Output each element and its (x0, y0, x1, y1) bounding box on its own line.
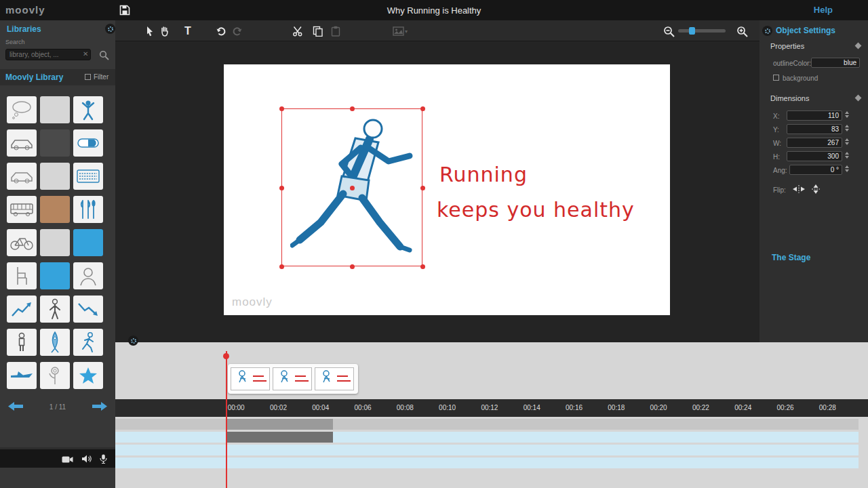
zoom-slider[interactable] (678, 29, 726, 33)
y-stepper[interactable] (845, 125, 849, 131)
filter-checkbox[interactable] (85, 74, 91, 80)
library-item-flower[interactable] (40, 362, 70, 389)
library-item-person-child[interactable] (7, 329, 37, 356)
library-item-rocket[interactable] (40, 329, 70, 356)
library-item-utensils[interactable] (73, 196, 103, 223)
selection-handle[interactable] (279, 186, 284, 190)
selection-handle[interactable] (420, 106, 425, 111)
library-item-bicycle[interactable] (7, 229, 37, 256)
time-tick: 00:16 (553, 404, 595, 411)
w-stepper[interactable] (845, 138, 849, 145)
playhead-handle[interactable] (223, 353, 229, 359)
selection-handle[interactable] (420, 264, 425, 269)
properties-title: Properties (770, 42, 804, 50)
library-item-wood-texture[interactable] (40, 196, 70, 223)
y-input[interactable]: 83 (787, 124, 842, 134)
x-input[interactable]: 110 (787, 110, 842, 121)
x-stepper[interactable] (845, 111, 849, 118)
flip-vertical-icon[interactable] (811, 184, 821, 195)
outline-color-label: outlineColor: (773, 60, 811, 67)
library-item-runner[interactable] (73, 329, 103, 356)
timeline[interactable]: 00:00 00:02 00:04 00:06 00:08 00:10 00:1… (115, 342, 868, 488)
camera-icon[interactable] (62, 455, 73, 463)
selection-handle[interactable] (350, 106, 355, 111)
selection-handle[interactable] (279, 264, 284, 269)
timeline-clip[interactable] (227, 432, 333, 443)
libraries-gear-icon[interactable] (105, 24, 115, 34)
undo-button[interactable] (213, 24, 228, 38)
swap-object-button[interactable]: ▾ (390, 24, 410, 38)
settings-gear-icon[interactable] (762, 26, 772, 36)
help-button[interactable]: Help (814, 5, 833, 15)
library-item-person-arms-up[interactable] (73, 96, 103, 123)
flip-horizontal-icon[interactable] (792, 184, 806, 194)
zoom-in-button[interactable] (734, 24, 749, 38)
scene-thumbnail[interactable] (231, 367, 270, 390)
library-item-thought-bubble[interactable] (7, 96, 37, 123)
clear-search-icon[interactable]: ✕ (83, 50, 88, 58)
copy-button[interactable] (311, 24, 326, 38)
outline-color-select[interactable]: blue (811, 58, 860, 68)
microphone-icon[interactable] (100, 454, 107, 464)
select-tool-button[interactable] (142, 24, 157, 38)
text-tool-button[interactable]: T (180, 24, 195, 38)
library-item-chart-down[interactable] (73, 296, 103, 323)
library-item-car-outline[interactable] (7, 163, 37, 190)
library-item-blue-square[interactable] (73, 229, 103, 256)
library-item-placeholder[interactable] (40, 229, 70, 256)
library-item-portrait[interactable] (73, 262, 103, 289)
cut-button[interactable] (290, 24, 305, 38)
w-input[interactable]: 267 (787, 138, 842, 148)
background-checkbox[interactable] (773, 75, 779, 81)
object-settings-title: Object Settings (776, 26, 835, 35)
selection-center-handle[interactable] (350, 186, 355, 190)
search-input[interactable] (5, 49, 91, 60)
h-input[interactable]: 300 (787, 151, 842, 161)
search-icon[interactable] (99, 50, 109, 60)
library-item-placeholder[interactable] (40, 163, 70, 190)
library-item-car-sketch[interactable] (7, 129, 37, 157)
selection-handle[interactable] (279, 106, 284, 111)
scene-thumbnails[interactable] (228, 364, 358, 394)
zoom-out-button[interactable] (661, 24, 676, 38)
media-capture-bar (0, 449, 115, 468)
toolbar: T ▾ (115, 20, 760, 41)
timeline-ruler[interactable]: 00:00 00:02 00:04 00:06 00:08 00:10 00:1… (115, 399, 868, 417)
properties-expand-icon[interactable] (855, 43, 862, 49)
angle-input[interactable]: 0 ° (789, 165, 842, 175)
object-settings-panel: Object Settings Properties outlineColor:… (760, 20, 868, 342)
playhead[interactable] (226, 351, 227, 488)
angle-stepper[interactable] (845, 165, 849, 172)
libraries-panel: Libraries Search ✕ Moovly Library Filter (0, 20, 115, 488)
paste-button[interactable] (328, 24, 343, 38)
dimensions-expand-icon[interactable] (855, 95, 862, 102)
library-item-dark-texture[interactable] (40, 129, 70, 157)
scene-thumbnail[interactable] (315, 367, 354, 390)
library-item-keyboard[interactable] (73, 163, 103, 190)
selection-handle[interactable] (420, 186, 425, 190)
next-page-arrow[interactable] (92, 402, 107, 411)
library-item-person-standing[interactable] (40, 296, 70, 323)
pan-tool-button[interactable] (157, 24, 172, 38)
undo-icon (215, 26, 226, 37)
animation-gear-icon[interactable] (128, 336, 138, 346)
redo-button[interactable] (231, 24, 245, 38)
hand-icon (160, 26, 170, 37)
stage-text-line2[interactable]: keeps you healthy (437, 198, 635, 222)
speaker-icon[interactable] (81, 455, 92, 463)
library-item-bus[interactable] (7, 196, 37, 223)
library-item-pill[interactable] (73, 129, 103, 157)
library-item-speedboat[interactable] (7, 362, 37, 389)
stage-text-line1[interactable]: Running (439, 163, 528, 186)
library-item-placeholder[interactable] (40, 96, 70, 123)
library-item-blue-square[interactable] (40, 262, 70, 289)
library-item-chart-up[interactable] (7, 296, 37, 323)
library-item-star[interactable] (73, 362, 103, 389)
library-item-chair[interactable] (7, 262, 37, 289)
h-stepper[interactable] (845, 152, 849, 159)
dimensions-title: Dimensions (770, 94, 809, 102)
timeline-clip[interactable] (227, 419, 333, 430)
selection-handle[interactable] (350, 264, 355, 269)
scene-thumbnail[interactable] (273, 367, 312, 390)
zoom-slider-handle[interactable] (689, 27, 695, 35)
